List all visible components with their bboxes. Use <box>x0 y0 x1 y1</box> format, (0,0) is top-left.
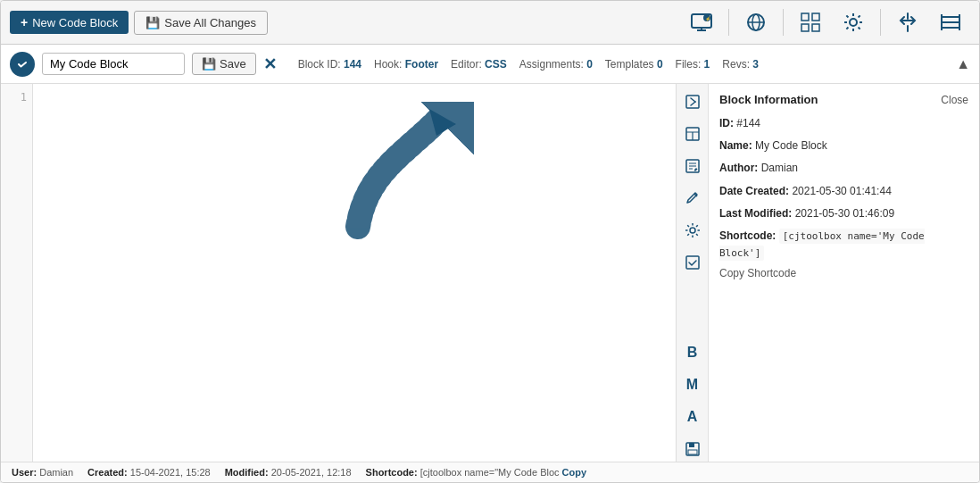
last-modified-label: Last Modified: <box>719 207 792 220</box>
assignments-meta: Assignments: 0 <box>519 58 593 71</box>
id-value: #144 <box>736 117 760 129</box>
side-m-icon[interactable]: M <box>680 372 705 397</box>
copy-shortcode-button[interactable]: Copy Shortcode <box>719 267 968 279</box>
side-edit-icon[interactable] <box>680 154 705 179</box>
grid-icon-btn[interactable] <box>791 6 830 38</box>
m-letter: M <box>686 377 698 393</box>
side-layout-icon[interactable] <box>680 121 705 146</box>
arrows-v-icon-btn[interactable] <box>888 6 927 38</box>
toolbar-icons: ⚡ <box>682 6 970 38</box>
created-value: 15-04-2021, 15:28 <box>130 467 211 478</box>
new-code-block-label: New Code Block <box>32 16 118 29</box>
toolbar-divider-2 <box>783 9 784 36</box>
code-content[interactable] <box>33 84 676 462</box>
save-all-changes-label: Save All Changes <box>164 16 256 29</box>
revs-label: Revs: <box>722 58 750 71</box>
side-pencil-icon[interactable] <box>680 186 705 211</box>
top-toolbar: + New Code Block 💾 Save All Changes ⚡ <box>1 1 979 45</box>
templates-meta: Templates 0 <box>605 58 663 71</box>
status-shortcode-value: [cjtoolbox name="My Code Bloc <box>420 467 560 478</box>
svg-rect-11 <box>812 24 819 31</box>
editor-label: Editor: <box>451 58 482 71</box>
side-panel-flex: B M A <box>677 84 979 462</box>
status-created: Created: 15-04-2021, 15:28 <box>87 467 211 478</box>
side-panel-header: Block Information Close <box>719 93 968 106</box>
author-value: Damian <box>761 162 798 174</box>
svg-rect-37 <box>688 450 697 454</box>
monitor-icon-btn[interactable]: ⚡ <box>682 6 721 38</box>
revs-value[interactable]: 3 <box>752 58 759 71</box>
side-arrow-right-icon[interactable] <box>680 89 705 114</box>
svg-rect-36 <box>689 443 694 447</box>
status-modified: Modified: 20-05-2021, 12:18 <box>225 467 352 478</box>
shortcode-label: Shortcode: <box>719 229 776 242</box>
line-number-1: 1 <box>6 91 27 104</box>
user-value: Damian <box>39 467 73 478</box>
bold-letter: B <box>687 345 698 361</box>
toolbar-divider-1 <box>728 9 729 36</box>
side-panel-content: Block Information Close ID: #144 Name: M… <box>709 84 979 462</box>
cancel-button[interactable]: ✕ <box>263 54 277 74</box>
editor-meta: Editor: CSS <box>451 58 507 71</box>
files-value[interactable]: 1 <box>704 58 710 71</box>
save-button[interactable]: 💾 Save <box>192 53 256 75</box>
hook-value[interactable]: Footer <box>405 58 438 71</box>
user-label: User: <box>12 467 37 478</box>
globe-icon-btn[interactable] <box>736 6 776 38</box>
author-label: Author: <box>719 162 758 174</box>
name-label: Name: <box>719 139 752 152</box>
svg-rect-8 <box>801 13 809 21</box>
info-row-name: Name: My Code Block <box>719 137 968 154</box>
side-a-icon[interactable]: A <box>680 404 705 429</box>
save-label: Save <box>220 57 246 71</box>
status-shortcode-label: Shortcode: <box>366 467 418 478</box>
new-code-block-button[interactable]: + New Code Block <box>10 11 129 34</box>
info-row-last-modified: Last Modified: 2021-05-30 01:46:09 <box>719 205 968 222</box>
block-name-input[interactable] <box>42 53 185 75</box>
close-link[interactable]: Close <box>941 94 968 106</box>
block-logo[interactable] <box>10 52 35 77</box>
side-bold-icon[interactable]: B <box>680 340 705 365</box>
revs-meta: Revs: 3 <box>722 58 759 71</box>
toolbar-divider-3 <box>880 9 881 36</box>
block-id-value[interactable]: 144 <box>344 58 361 71</box>
a-letter: A <box>687 409 698 425</box>
info-row-date-created: Date Created: 2021-05-30 01:41:44 <box>719 183 968 200</box>
files-label: Files: <box>676 58 702 71</box>
svg-point-12 <box>850 19 857 26</box>
line-numbers: 1 <box>1 84 33 462</box>
status-shortcode: Shortcode: [cjtoolbox name="My Code Bloc… <box>366 467 587 478</box>
save-all-changes-button[interactable]: 💾 Save All Changes <box>134 11 268 35</box>
files-meta: Files: 1 <box>676 58 710 71</box>
svg-rect-10 <box>801 24 809 31</box>
last-modified-value: 2021-05-30 01:46:09 <box>795 207 894 220</box>
status-user: User: Damian <box>12 467 73 478</box>
assignments-label: Assignments: <box>519 58 584 71</box>
date-created-value: 2021-05-30 01:41:44 <box>792 185 891 197</box>
templates-label: Templates <box>605 58 654 71</box>
date-created-label: Date Created: <box>719 185 789 197</box>
block-id-meta: Block ID: 144 <box>298 58 361 71</box>
status-copy-link[interactable]: Copy <box>562 467 587 478</box>
content-area: 1 <box>1 84 979 462</box>
side-panel: B M A <box>676 84 979 462</box>
list-icon-btn[interactable] <box>931 6 970 38</box>
collapse-panel-arrow[interactable]: ▲ <box>956 56 970 72</box>
info-row-author: Author: Damian <box>719 160 968 177</box>
assignments-value[interactable]: 0 <box>586 58 593 71</box>
code-editor-wrapper: 1 <box>1 84 676 462</box>
templates-value[interactable]: 0 <box>657 58 663 71</box>
hook-meta: Hook: Footer <box>374 58 438 71</box>
svg-line-24 <box>691 102 695 105</box>
created-label: Created: <box>87 467 128 478</box>
modified-value: 20-05-2021, 12:18 <box>271 467 352 478</box>
side-check-icon[interactable] <box>680 250 705 275</box>
block-meta: Block ID: 144 Hook: Footer Editor: CSS A… <box>298 58 759 71</box>
editor-value[interactable]: CSS <box>485 58 507 71</box>
svg-rect-22 <box>686 96 699 108</box>
side-panel-title: Block Information <box>719 93 818 106</box>
gear-icon-btn[interactable] <box>834 6 873 38</box>
side-floppy-icon[interactable] <box>680 437 705 462</box>
side-panel-icons: B M A <box>677 84 709 462</box>
side-gear-icon[interactable] <box>680 218 705 243</box>
